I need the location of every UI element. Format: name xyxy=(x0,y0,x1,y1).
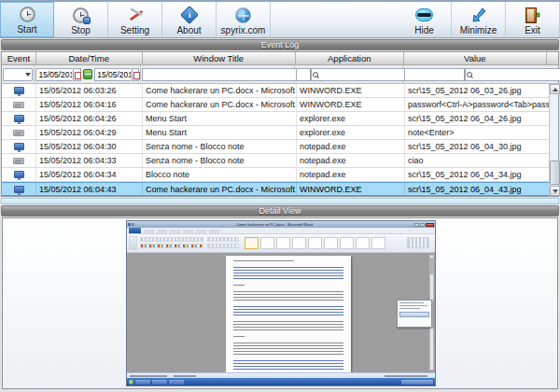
screenshot-event-icon xyxy=(14,186,24,193)
document-paragraph xyxy=(233,267,343,281)
ribbon-tab xyxy=(157,230,167,233)
value-cell: scr\15_05_2012 06_04_30.jpg xyxy=(405,140,549,153)
taskbar-item xyxy=(169,380,184,385)
windows-start-orb-icon xyxy=(129,380,133,385)
window-title-filter-input[interactable] xyxy=(142,68,309,81)
screenshot-event-icon xyxy=(14,87,24,94)
datetime-cell: 15/05/2012 06:04:30 xyxy=(36,140,143,153)
calendar-icon[interactable] xyxy=(73,68,81,81)
tooltip-text-line xyxy=(399,305,427,306)
date-range-icon[interactable] xyxy=(83,69,92,79)
document-paragraph xyxy=(233,306,343,317)
datetime-filter-cell: 15/05/2012 15/05/2012 xyxy=(35,65,141,83)
search-icon[interactable] xyxy=(310,69,312,80)
clipboard-group xyxy=(129,236,137,250)
hide-glasses-icon xyxy=(415,5,433,25)
event-log-header: Event Log xyxy=(1,39,559,50)
pencil-icon xyxy=(127,5,144,25)
table-row[interactable]: 15/05/2012 06:04:26 Menu Start explorer.… xyxy=(2,112,549,126)
thumbnail-titlebar: Come hackerare un PC.docx - Microsoft Wo… xyxy=(127,221,435,228)
document-paragraph xyxy=(233,291,343,302)
scroll-up-icon[interactable] xyxy=(550,84,560,94)
value-filter-input[interactable] xyxy=(404,68,560,81)
event-log-rows: 15/05/2012 06:03:26 Come hackerare un PC… xyxy=(2,84,549,196)
minimize-button-label: Minimize xyxy=(460,25,497,35)
minimize-window-icon xyxy=(414,223,419,227)
file-tab xyxy=(129,228,141,233)
table-row[interactable]: 15/05/2012 06:04:29 Menu Start explorer.… xyxy=(2,126,549,140)
event-type-cell xyxy=(2,140,36,153)
table-row[interactable]: 15/05/2012 06:04:33 Senza nome - Blocco … xyxy=(2,154,549,168)
date-from-input[interactable]: 15/05/2012 xyxy=(35,68,72,81)
column-header-datetime[interactable]: Date/Time xyxy=(36,52,143,64)
event-log-filter-row: 15/05/2012 15/05/2012 ✕ ✕ ✕ xyxy=(2,65,558,84)
thumbnail-taskbar xyxy=(127,378,435,385)
thumbnail-tooltip-popup xyxy=(397,300,432,328)
window-title-cell: Come hackerare un PC.docx - Microsoft Wo… xyxy=(143,183,297,195)
value-filter-cell: ✕ xyxy=(403,65,547,83)
spyrix-site-button[interactable]: spyrix.com xyxy=(217,2,271,37)
panel-splitter[interactable] xyxy=(1,198,559,204)
thumbnail-document-area xyxy=(127,253,435,372)
paragraph-group xyxy=(207,237,239,242)
column-header-window-title[interactable]: Window Title xyxy=(143,52,296,64)
event-filter-dropdown[interactable] xyxy=(3,68,33,81)
application-cell: explorer.exe xyxy=(297,112,405,125)
setting-button[interactable]: Setting xyxy=(108,2,162,37)
main-toolbar: Start Stop Setting i About spyrix.com Hi… xyxy=(0,0,560,38)
table-row[interactable]: 15/05/2012 06:04:16 Come hackerare un PC… xyxy=(2,98,549,112)
about-button[interactable]: i About xyxy=(162,2,217,37)
stop-button-label: Stop xyxy=(71,25,91,35)
column-header-value[interactable]: Value xyxy=(404,52,547,64)
filter-scroll-corner xyxy=(547,65,558,83)
globe-icon xyxy=(235,5,251,25)
scroll-down-icon[interactable] xyxy=(550,186,560,196)
hide-button[interactable]: Hide xyxy=(398,2,452,37)
style-gallery-item xyxy=(276,237,290,249)
taskbar-item xyxy=(135,380,150,385)
document-paragraph xyxy=(233,360,343,371)
application-cell: explorer.exe xyxy=(297,126,405,139)
tooltip-text-line xyxy=(399,302,424,303)
event-type-cell xyxy=(2,168,36,181)
stop-button[interactable]: Stop xyxy=(54,2,108,37)
calendar-icon[interactable] xyxy=(132,68,140,81)
table-row[interactable]: 15/05/2012 06:04:30 Senza nome - Blocco … xyxy=(2,140,549,154)
setting-button-label: Setting xyxy=(120,25,149,35)
table-row[interactable]: 15/05/2012 06:03:26 Come hackerare un PC… xyxy=(2,84,549,98)
date-to-input[interactable]: 15/05/2012 xyxy=(94,68,131,81)
window-title-cell: Menu Start xyxy=(143,112,297,125)
column-header-event[interactable]: Event xyxy=(2,52,36,64)
window-title-cell: Senza nome - Blocco note xyxy=(143,140,297,153)
status-page-info xyxy=(130,375,167,377)
detail-view-panel: Come hackerare un PC.docx - Microsoft Wo… xyxy=(2,217,558,389)
ribbon-tab xyxy=(209,230,219,233)
paragraph-group xyxy=(207,244,239,248)
datetime-cell: 15/05/2012 06:04:26 xyxy=(36,112,143,125)
detail-screenshot-thumbnail[interactable]: Come hackerare un PC.docx - Microsoft Wo… xyxy=(126,220,436,386)
event-type-cell xyxy=(2,98,36,111)
table-row-selected[interactable]: 15/05/2012 06:04:43 Come hackerare un PC… xyxy=(2,182,549,196)
thumbnail-window-title: Come hackerare un PC.docx - Microsoft Wo… xyxy=(135,222,413,227)
vertical-scrollbar[interactable] xyxy=(549,84,558,196)
taskbar-item xyxy=(152,380,167,385)
close-window-icon xyxy=(426,223,434,227)
spyrix-site-button-label: spyrix.com xyxy=(221,25,266,35)
thumbnail-ribbon xyxy=(127,234,435,253)
keystrokes-event-icon xyxy=(13,158,24,164)
scrollbar-thumb[interactable] xyxy=(550,161,560,185)
datetime-cell: 15/05/2012 06:04:16 xyxy=(36,98,143,111)
event-log-column-headers: Event Date/Time Window Title Application… xyxy=(2,52,558,65)
application-cell: WINWORD.EXE xyxy=(297,84,405,97)
event-type-cell xyxy=(2,84,36,97)
thumbnail-document-page xyxy=(226,256,351,372)
datetime-cell: 15/05/2012 06:04:43 xyxy=(36,183,143,195)
value-cell: passworf<Ctrl-A>password<Tab>password xyxy=(405,98,549,111)
minimize-button[interactable]: Minimize xyxy=(452,2,506,37)
start-button[interactable]: Start xyxy=(0,2,54,37)
clock-start-icon xyxy=(20,5,35,24)
exit-button[interactable]: Exit xyxy=(506,2,560,37)
search-icon[interactable] xyxy=(464,69,466,80)
table-row[interactable]: 15/05/2012 06:04:34 Blocco note notepad.… xyxy=(2,168,549,182)
column-header-application[interactable]: Application xyxy=(296,52,404,64)
